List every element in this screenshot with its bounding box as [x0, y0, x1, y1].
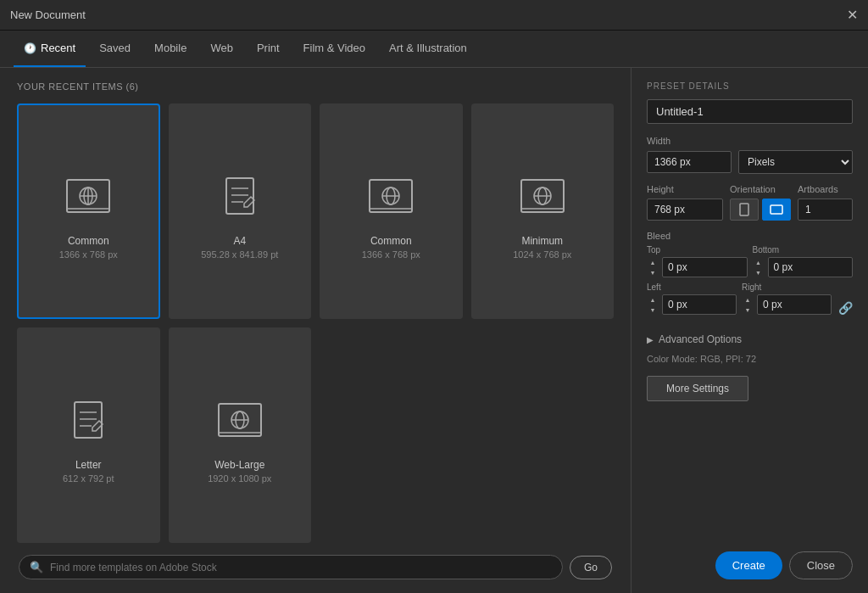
go-button[interactable]: Go [570, 556, 612, 579]
bleed-top-arrows: ▲ ▼ [647, 258, 659, 277]
item-name: Common [370, 235, 412, 247]
search-row: 🔍 Go [17, 555, 614, 579]
tab-mobile[interactable]: Mobile [144, 31, 197, 67]
bleed-right-up[interactable]: ▲ [742, 295, 754, 305]
bleed-top-input[interactable] [662, 257, 748, 277]
bleed-right-stepper: ▲ ▼ [742, 294, 832, 315]
tab-art-illustration[interactable]: Art & Illustration [379, 31, 477, 67]
bleed-label: Bleed [647, 231, 853, 241]
dialog-title: New Document [10, 8, 86, 21]
bleed-top-label: Top [647, 245, 748, 255]
new-document-dialog: 🕐 Recent Saved Mobile Web Print Film & V… [0, 31, 868, 593]
bleed-right-col: Right ▲ ▼ [742, 283, 832, 315]
bleed-right-arrows: ▲ ▼ [742, 295, 754, 315]
bleed-left-stepper: ▲ ▼ [647, 294, 737, 315]
bleed-left-down[interactable]: ▼ [647, 305, 659, 315]
create-button[interactable]: Create [715, 551, 782, 579]
preset-name-input[interactable] [647, 99, 853, 124]
artboards-col: Artboards [798, 184, 853, 221]
height-input[interactable] [647, 199, 723, 221]
list-item[interactable]: Letter 612 x 792 pt [17, 327, 160, 543]
tab-web[interactable]: Web [200, 31, 243, 67]
bleed-left-arrows: ▲ ▼ [647, 295, 659, 315]
unit-select[interactable]: Pixels Inches Centimeters Millimeters Po… [738, 150, 853, 174]
preset-details-label: PRESET DETAILS [647, 81, 853, 91]
title-close-button[interactable]: ✕ [847, 8, 858, 22]
width-row: Pixels Inches Centimeters Millimeters Po… [647, 150, 853, 174]
web-icon-3 [513, 167, 572, 227]
content-area: YOUR RECENT ITEMS (6) Comm [0, 68, 868, 593]
list-item[interactable]: Minimum 1024 x 768 px [471, 103, 615, 319]
bottom-buttons: Create Close [647, 551, 853, 579]
color-mode-text: Color Mode: RGB, PPI: 72 [647, 354, 853, 364]
bleed-bottom-up[interactable]: ▲ [753, 258, 765, 267]
bleed-top-stepper: ▲ ▼ [647, 257, 748, 277]
bleed-bottom-col: Bottom ▲ ▼ [753, 245, 854, 277]
tab-bar: 🕐 Recent Saved Mobile Web Print Film & V… [0, 31, 868, 68]
tab-recent[interactable]: 🕐 Recent [14, 31, 86, 67]
link-bleed-icon[interactable]: 🔗 [838, 301, 853, 315]
orientation-label: Orientation [730, 184, 791, 194]
advanced-options-label: Advanced Options [659, 333, 742, 345]
orientation-col: Orientation [730, 184, 791, 221]
bleed-right-label: Right [742, 283, 832, 292]
search-icon: 🔍 [30, 561, 43, 573]
item-name: Letter [75, 459, 102, 471]
bleed-right-down[interactable]: ▼ [742, 305, 754, 315]
web-icon [58, 167, 118, 227]
artboards-label: Artboards [798, 184, 853, 194]
item-size: 1366 x 768 px [59, 249, 118, 260]
tab-print[interactable]: Print [247, 31, 290, 67]
bleed-left-up[interactable]: ▲ [647, 295, 659, 305]
bleed-left-right-row: Left ▲ ▼ Right ▲ [647, 283, 853, 315]
svg-rect-29 [740, 204, 748, 215]
item-size: 1920 x 1080 px [208, 473, 271, 484]
right-panel: PRESET DETAILS Width Pixels Inches Centi… [631, 68, 868, 593]
tab-film-video[interactable]: Film & Video [293, 31, 376, 67]
height-orientation-row: Height Orientation [647, 184, 853, 221]
list-item[interactable]: Web-Large 1920 x 1080 px [169, 327, 312, 543]
list-item[interactable]: A4 595.28 x 841.89 pt [169, 103, 312, 319]
item-name: Minimum [521, 235, 563, 247]
chevron-right-icon: ▶ [647, 335, 654, 344]
bleed-top-down[interactable]: ▼ [647, 268, 659, 277]
web-icon-2 [361, 167, 420, 227]
height-label: Height [647, 184, 723, 194]
bleed-bottom-stepper: ▲ ▼ [753, 257, 854, 277]
bleed-bottom-arrows: ▲ ▼ [753, 258, 765, 277]
item-name: Web-Large [214, 459, 264, 471]
bleed-bottom-input[interactable] [768, 257, 854, 277]
bleed-bottom-down[interactable]: ▼ [753, 268, 765, 277]
web-large-icon [210, 391, 270, 450]
bleed-bottom-label: Bottom [753, 245, 854, 255]
tab-saved[interactable]: Saved [89, 31, 141, 67]
item-size: 1366 x 768 px [362, 249, 420, 260]
width-input[interactable] [647, 151, 732, 173]
height-col: Height [647, 184, 723, 221]
item-name: A4 [233, 235, 246, 247]
landscape-button[interactable] [762, 199, 791, 221]
list-item[interactable]: Common 1366 x 768 px [17, 103, 160, 319]
close-button[interactable]: Close [789, 551, 853, 579]
orientation-group [730, 199, 791, 221]
list-item[interactable]: Common 1366 x 768 px [320, 103, 463, 319]
recent-section-label: YOUR RECENT ITEMS (6) [17, 81, 614, 92]
artboards-input[interactable] [798, 199, 853, 221]
search-box: 🔍 [19, 555, 563, 579]
search-input[interactable] [50, 562, 552, 573]
bleed-top-up[interactable]: ▲ [647, 258, 659, 267]
bleed-top-col: Top ▲ ▼ [647, 245, 748, 277]
portrait-button[interactable] [730, 199, 759, 221]
title-bar: New Document ✕ [0, 0, 868, 31]
bleed-top-bottom-row: Top ▲ ▼ Bottom ▲ [647, 245, 853, 277]
bleed-section: Bleed Top ▲ ▼ Bottom [647, 231, 853, 320]
bleed-left-label: Left [647, 283, 737, 292]
advanced-options-toggle[interactable]: ▶ Advanced Options [647, 330, 853, 349]
bleed-right-input[interactable] [757, 294, 832, 315]
more-settings-button[interactable]: More Settings [647, 376, 748, 401]
svg-rect-6 [226, 178, 253, 214]
bleed-left-input[interactable] [662, 294, 737, 315]
item-name: Common [68, 235, 109, 247]
item-size: 612 x 792 pt [63, 473, 114, 484]
svg-rect-30 [771, 205, 782, 214]
